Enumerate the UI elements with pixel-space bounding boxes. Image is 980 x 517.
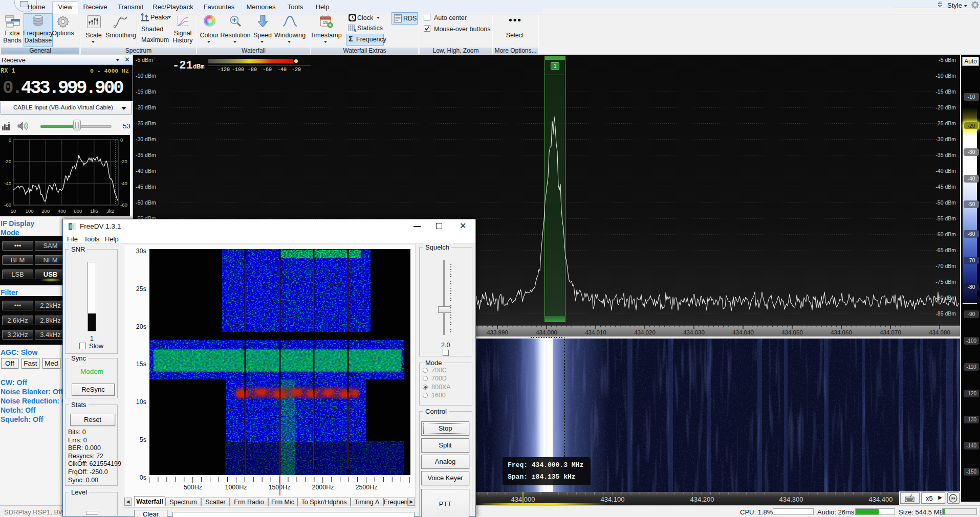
svg-text:434.100: 434.100 bbox=[601, 496, 625, 503]
svg-text:434.040: 434.040 bbox=[732, 329, 754, 335]
svg-text:434.080: 434.080 bbox=[929, 329, 950, 335]
svg-text:500Hz: 500Hz bbox=[184, 484, 202, 491]
svg-text:2500Hz: 2500Hz bbox=[355, 484, 377, 491]
svg-text:433.990: 433.990 bbox=[487, 329, 508, 335]
svg-text:434.050: 434.050 bbox=[781, 329, 803, 335]
svg-text:434.020: 434.020 bbox=[634, 329, 656, 335]
svg-text:434.060: 434.060 bbox=[831, 329, 852, 335]
svg-text:434.070: 434.070 bbox=[880, 329, 901, 335]
svg-text:434.030: 434.030 bbox=[683, 329, 705, 335]
svg-text:434.200: 434.200 bbox=[690, 496, 714, 503]
svg-text:1000Hz: 1000Hz bbox=[225, 484, 247, 491]
svg-text:434.300: 434.300 bbox=[779, 496, 803, 503]
svg-text:434.400: 434.400 bbox=[869, 496, 893, 503]
svg-text:1500Hz: 1500Hz bbox=[268, 484, 290, 491]
svg-text:2000Hz: 2000Hz bbox=[312, 484, 334, 491]
svg-text:434.000: 434.000 bbox=[536, 329, 557, 335]
svg-text:434.010: 434.010 bbox=[585, 329, 606, 335]
